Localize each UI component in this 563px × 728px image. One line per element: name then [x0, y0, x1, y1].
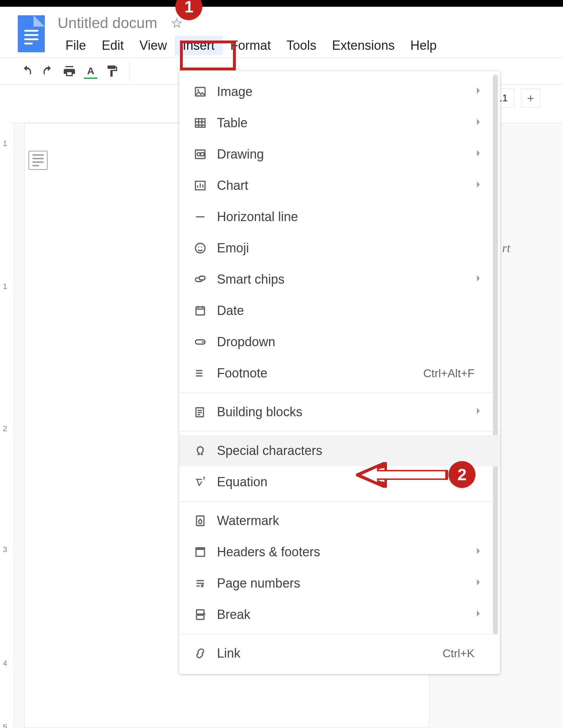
title-column: Untitled docum ☆ FileEditViewInsertForma… — [58, 15, 445, 55]
dropdown-icon — [193, 336, 208, 348]
spellcheck-button[interactable]: A — [84, 64, 97, 78]
watermark-icon — [193, 514, 208, 527]
menu-shortcut: Ctrl+K — [442, 647, 474, 660]
insert-page-numbers[interactable]: Page numbers — [179, 568, 500, 599]
menu-item-label: Break — [217, 607, 474, 622]
ruler-number: 2 — [3, 424, 7, 433]
image-icon — [193, 85, 208, 98]
ruler-number: 5 — [3, 723, 7, 728]
ruler-number: 3 — [3, 545, 7, 554]
menu-separator — [179, 634, 500, 634]
menu-item-label: Page numbers — [217, 576, 474, 591]
document-title[interactable]: Untitled docum — [58, 15, 157, 32]
ruler-number: 1 — [3, 282, 7, 291]
menu-format[interactable]: Format — [223, 36, 279, 55]
window-top-border — [0, 0, 563, 7]
menu-separator — [179, 501, 500, 502]
chart-icon — [193, 179, 208, 192]
menu-item-label: Footnote — [217, 366, 423, 381]
menu-item-label: Link — [217, 646, 442, 661]
menu-insert[interactable]: Insert — [175, 36, 222, 55]
annotation-arrow-2-solid — [356, 465, 448, 485]
menu-item-label: Building blocks — [217, 405, 474, 419]
menu-item-label: Table — [217, 116, 474, 130]
menu-item-label: Image — [217, 84, 474, 99]
menu-item-label: Special characters — [217, 443, 486, 458]
insert-drawing[interactable]: Drawing — [179, 139, 500, 170]
menu-item-label: Chart — [217, 178, 474, 193]
menu-item-label: Smart chips — [217, 272, 474, 287]
pagenum-icon — [193, 577, 208, 590]
menu-item-label: Drawing — [217, 147, 474, 162]
chevron-right-icon — [474, 407, 482, 417]
date-icon — [193, 304, 208, 317]
insert-date[interactable]: Date — [179, 295, 500, 326]
chevron-right-icon — [474, 118, 482, 128]
insert-headers-footers[interactable]: Headers & footers — [179, 536, 500, 568]
insert-special-characters[interactable]: Special characters — [179, 435, 500, 466]
footnote-icon — [193, 367, 208, 380]
menu-tools[interactable]: Tools — [279, 36, 324, 55]
chevron-right-icon — [474, 547, 482, 557]
vertical-ruler[interactable]: 112345 — [0, 123, 14, 728]
ruler-number: 4 — [3, 659, 7, 668]
hline-icon — [193, 210, 208, 223]
omega-icon — [193, 444, 208, 457]
insert-break[interactable]: Break — [179, 599, 500, 630]
menu-separator — [179, 392, 500, 393]
insert-table[interactable]: Table — [179, 107, 500, 139]
insert-horizontal-line[interactable]: Horizontal line — [179, 201, 500, 232]
menu-edit[interactable]: Edit — [94, 36, 132, 55]
insert-chart[interactable]: Chart — [179, 170, 500, 201]
chevron-right-icon — [474, 87, 482, 97]
break-icon — [193, 608, 208, 621]
insert-building-blocks[interactable]: Building blocks — [179, 396, 500, 428]
undo-button[interactable] — [20, 64, 33, 78]
ruler-number: 1 — [3, 139, 7, 148]
insert-dropdown[interactable]: Dropdown — [179, 326, 500, 358]
toolbar-separator — [129, 62, 130, 80]
chevron-right-icon — [474, 610, 482, 620]
insert-smart-chips[interactable]: Smart chips — [179, 264, 500, 295]
menu-item-label: Headers & footers — [217, 545, 474, 560]
insert-emoji[interactable]: Emoji — [179, 232, 500, 264]
menu-shortcut: Ctrl+Alt+F — [423, 367, 474, 380]
menu-item-label: Watermark — [217, 513, 486, 528]
docs-logo-icon[interactable] — [18, 15, 45, 52]
redo-button[interactable] — [41, 64, 55, 78]
menu-item-label: Horizontal line — [217, 209, 486, 224]
menubar: FileEditViewInsertFormatToolsExtensionsH… — [58, 36, 445, 55]
chevron-right-icon — [474, 181, 482, 191]
document-outline-button[interactable] — [28, 151, 48, 170]
chevron-right-icon — [474, 578, 482, 588]
annotation-badge-2: 2 — [448, 461, 476, 488]
page-peek-text: rt — [502, 241, 510, 255]
menu-help[interactable]: Help — [403, 36, 445, 55]
chevron-right-icon — [474, 274, 482, 284]
insert-link[interactable]: LinkCtrl+K — [179, 638, 500, 669]
menu-extensions[interactable]: Extensions — [324, 36, 403, 55]
smartchips-icon — [193, 273, 208, 286]
font-size-increase-button[interactable]: + — [521, 89, 540, 108]
print-button[interactable] — [63, 64, 76, 78]
chevron-right-icon — [474, 149, 482, 159]
paint-format-button[interactable] — [105, 64, 119, 78]
menu-view[interactable]: View — [132, 36, 175, 55]
table-icon — [193, 117, 208, 129]
insert-menu-dropdown: ImageTableDrawingChartHorizontal lineEmo… — [179, 71, 500, 674]
insert-image[interactable]: Image — [179, 76, 500, 107]
title-bar: Untitled docum ☆ FileEditViewInsertForma… — [0, 7, 563, 55]
menu-item-label: Emoji — [217, 241, 486, 256]
insert-watermark[interactable]: Watermark — [179, 505, 500, 536]
link-icon — [193, 647, 208, 660]
emoji-icon — [193, 242, 208, 255]
menu-separator — [179, 431, 500, 432]
menu-file[interactable]: File — [58, 36, 94, 55]
headers-icon — [193, 546, 208, 558]
blocks-icon — [193, 406, 208, 418]
menu-item-label: Date — [217, 303, 486, 318]
drawing-icon — [193, 148, 208, 161]
menu-item-label: Dropdown — [217, 334, 486, 349]
equation-icon — [193, 476, 208, 488]
insert-footnote[interactable]: FootnoteCtrl+Alt+F — [179, 358, 500, 389]
